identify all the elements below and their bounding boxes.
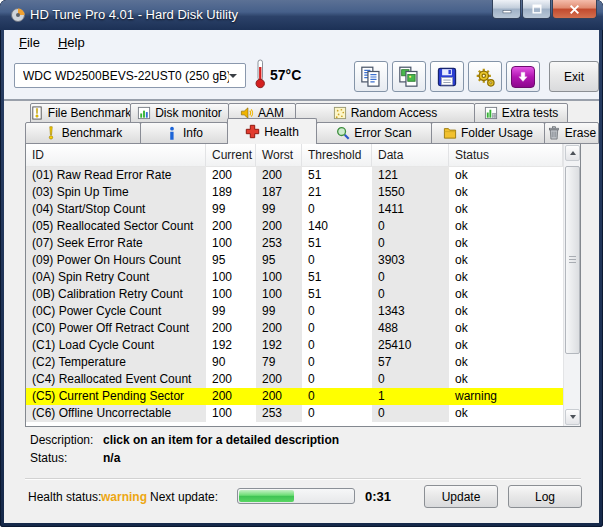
cell-threshold: 51: [302, 286, 372, 303]
tab-file-benchmark[interactable]: File Benchmark: [30, 103, 131, 123]
cell-threshold: 0: [302, 252, 372, 269]
options-button[interactable]: [468, 61, 502, 92]
log-button[interactable]: Log: [508, 485, 582, 508]
cell-data: 57: [372, 354, 449, 371]
table-row[interactable]: (C1) Load Cycle Count192192025410ok: [26, 337, 563, 354]
toolbar: WDC WD2500BEVS-22UST0 (250 gB) 57°C: [4, 54, 599, 100]
cell-threshold: 140: [302, 218, 372, 235]
cell-threshold: 51: [302, 167, 372, 184]
cell-status: ok: [449, 337, 563, 354]
scroll-down-button[interactable]: [565, 409, 580, 425]
exit-button[interactable]: Exit: [549, 61, 599, 92]
chevron-down-icon: [229, 74, 237, 82]
column-header-data[interactable]: Data: [372, 144, 449, 166]
table-row[interactable]: (0A) Spin Retry Count100100510ok: [26, 269, 563, 286]
column-header-current[interactable]: Current: [206, 144, 256, 166]
table-body: (01) Raw Read Error Rate20020051121ok(03…: [26, 167, 563, 422]
table-row[interactable]: (07) Seek Error Rate100253510ok: [26, 235, 563, 252]
column-header-id[interactable]: ID: [26, 144, 206, 166]
drive-select[interactable]: WDC WD2500BEVS-22UST0 (250 gB): [14, 63, 246, 88]
minimize-button[interactable]: [492, 0, 521, 19]
download-update-button[interactable]: [506, 61, 540, 92]
arrow-down-icon: [570, 415, 576, 422]
column-header-status[interactable]: Status: [449, 144, 563, 166]
cell-current: 200: [206, 167, 256, 184]
cell-id: (C0) Power Off Retract Count: [26, 320, 206, 337]
status-label: Status:: [25, 449, 103, 467]
menu-item-file[interactable]: File: [10, 32, 49, 53]
benchmark-icon: [44, 126, 58, 140]
tab-benchmark[interactable]: Benchmark: [25, 122, 141, 144]
cell-threshold: 51: [302, 235, 372, 252]
log-button-label: Log: [535, 490, 555, 504]
cell-threshold: 0: [302, 201, 372, 218]
tab-label: Folder Usage: [461, 126, 533, 140]
table-row[interactable]: (0C) Power Cycle Count999901343ok: [26, 303, 563, 320]
cell-status: ok: [449, 167, 563, 184]
tab-info[interactable]: Info: [140, 122, 228, 144]
health-status-label: Health status:: [28, 490, 101, 504]
health-status-value: warning: [101, 490, 147, 504]
tab-error-scan[interactable]: Error Scan: [316, 122, 432, 144]
menu-item-help[interactable]: Help: [49, 32, 94, 53]
cell-current: 200: [206, 388, 256, 405]
drive-select-value: WDC WD2500BEVS-22UST0 (250 gB): [23, 69, 229, 83]
column-header-worst[interactable]: Worst: [256, 144, 302, 166]
vertical-scrollbar[interactable]: [563, 144, 580, 426]
cell-worst: 99: [256, 201, 302, 218]
tab-folder-usage[interactable]: Folder Usage: [431, 122, 545, 144]
cell-worst: 200: [256, 388, 302, 405]
cell-id: (04) Start/Stop Count: [26, 201, 206, 218]
tab-extra-tests[interactable]: Extra tests: [474, 103, 568, 123]
tab-health[interactable]: Health: [227, 118, 317, 144]
scroll-up-button[interactable]: [565, 145, 580, 161]
table-row[interactable]: (C4) Reallocated Event Count20020000ok: [26, 371, 563, 388]
health-icon: [245, 124, 260, 139]
maximize-button[interactable]: [522, 0, 551, 19]
cell-status: ok: [449, 269, 563, 286]
cell-worst: 100: [256, 269, 302, 286]
close-button[interactable]: [552, 0, 597, 19]
table-row[interactable]: (0B) Calibration Retry Count100100510ok: [26, 286, 563, 303]
update-button[interactable]: Update: [424, 485, 498, 508]
disk-monitor-icon: [137, 106, 151, 120]
table-row[interactable]: (05) Reallocated Sector Count2002001400o…: [26, 218, 563, 235]
random-access-icon: [333, 106, 347, 120]
cell-status: ok: [449, 201, 563, 218]
table-row[interactable]: (03) Spin Up Time189187211550ok: [26, 184, 563, 201]
table-row[interactable]: (C5) Current Pending Sector20020001warni…: [26, 388, 563, 405]
tab-strip: File Benchmark Disk monitor AAM: [4, 100, 599, 143]
cell-current: 99: [206, 303, 256, 320]
cell-worst: 187: [256, 184, 302, 201]
table-row[interactable]: (C0) Power Off Retract Count2002000488ok: [26, 320, 563, 337]
cell-threshold: 0: [302, 405, 372, 422]
table-row[interactable]: (09) Power On Hours Count959503903ok: [26, 252, 563, 269]
tab-random-access[interactable]: Random Access: [295, 103, 475, 123]
table-row[interactable]: (C2) Temperature9079057ok: [26, 354, 563, 371]
column-header-threshold[interactable]: Threshold: [302, 144, 372, 166]
cell-status: ok: [449, 235, 563, 252]
tab-disk-monitor[interactable]: Disk monitor: [130, 103, 229, 123]
scroll-thumb[interactable]: [565, 166, 580, 354]
options-icon: [474, 66, 496, 88]
copy-image-button[interactable]: [392, 61, 426, 92]
table-row[interactable]: (04) Start/Stop Count999901411ok: [26, 201, 563, 218]
cell-current: 200: [206, 320, 256, 337]
cell-threshold: 51: [302, 269, 372, 286]
cell-id: (C5) Current Pending Sector: [26, 388, 206, 405]
erase-icon: [547, 126, 561, 140]
cell-id: (03) Spin Up Time: [26, 184, 206, 201]
progress-fill: [239, 490, 294, 502]
cell-current: 200: [206, 371, 256, 388]
table-row[interactable]: (01) Raw Read Error Rate20020051121ok: [26, 167, 563, 184]
cell-data: 121: [372, 167, 449, 184]
save-button[interactable]: [430, 61, 464, 92]
cell-worst: 99: [256, 303, 302, 320]
maximize-icon: [532, 4, 542, 14]
cell-worst: 200: [256, 167, 302, 184]
tab-erase[interactable]: Erase: [544, 122, 599, 144]
cell-current: 100: [206, 235, 256, 252]
copy-text-button[interactable]: [354, 61, 388, 92]
table-row[interactable]: (C6) Offline Uncorrectable10025300ok: [26, 405, 563, 422]
cell-id: (07) Seek Error Rate: [26, 235, 206, 252]
